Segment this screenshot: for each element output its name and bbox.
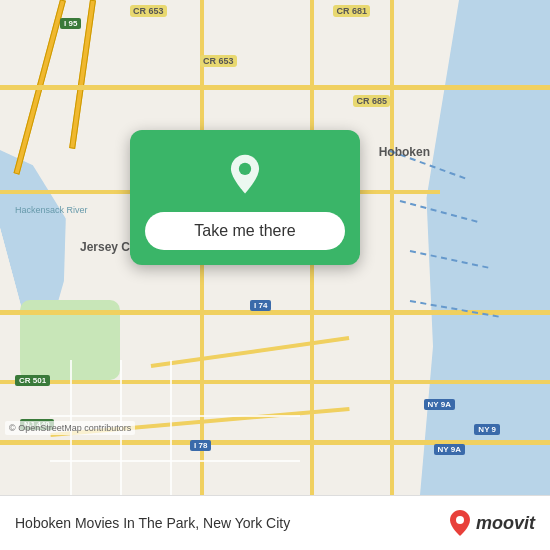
street-h1 [50,415,300,417]
label-cr653-mid: CR 653 [200,55,237,67]
location-pin-icon [223,153,267,197]
road-h1 [0,85,550,90]
label-i74: I 74 [250,300,271,311]
label-cr501: CR 501 [15,375,50,386]
svg-point-0 [239,163,251,175]
bottom-bar: Hoboken Movies In The Park, New York Cit… [0,495,550,550]
label-ny9a-1: NY 9A [424,399,455,410]
label-cr685: CR 685 [353,95,390,107]
label-i78: I 78 [190,440,211,451]
road-i78 [0,440,550,445]
moovit-text: moovit [476,513,535,534]
app-container: I 95 CR 653 CR 681 CR 653 CR 685 I 74 I … [0,0,550,550]
label-cr653-top: CR 653 [130,5,167,17]
map-container[interactable]: I 95 CR 653 CR 681 CR 653 CR 685 I 74 I … [0,0,550,495]
label-i95: I 95 [60,18,81,29]
svg-point-1 [456,516,464,524]
label-ny9a-2: NY 9A [434,444,465,455]
road-v3 [390,0,394,495]
street-h2 [50,460,300,462]
popup-pin-icon [220,150,270,200]
map-attribution: © OpenStreetMap contributors [5,421,135,435]
road-h4 [0,380,550,384]
street-v3 [170,360,172,495]
moovit-pin-icon [448,509,472,537]
location-label: Hoboken Movies In The Park, New York Cit… [15,515,448,531]
label-cr681: CR 681 [333,5,370,17]
moovit-logo: moovit [448,509,535,537]
popup-card: Take me there [130,130,360,265]
take-me-there-button[interactable]: Take me there [145,212,345,250]
label-ny9: NY 9 [474,424,500,435]
